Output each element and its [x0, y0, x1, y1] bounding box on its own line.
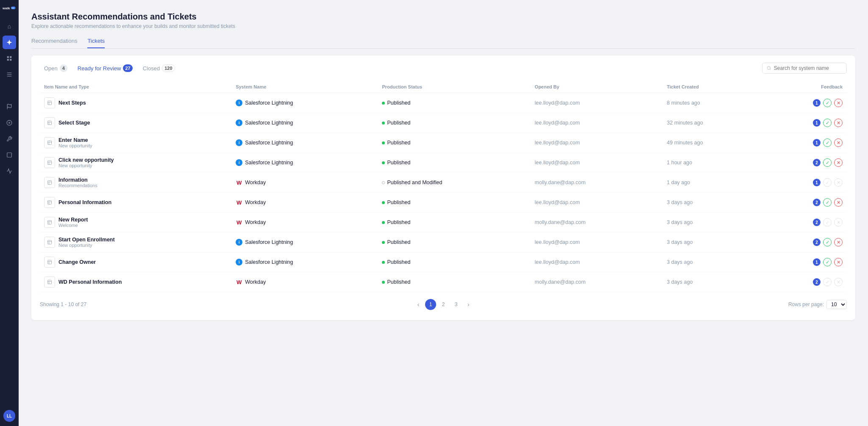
approve-button[interactable]: ✓ — [823, 158, 832, 167]
sidebar: walk me ⌂ LL — [0, 0, 19, 426]
user-avatar[interactable]: LL — [3, 410, 15, 422]
feedback-count: 2 — [813, 278, 821, 286]
status-text: Published — [387, 120, 410, 126]
feedback-cell: 1 ✓ ✕ — [766, 99, 843, 107]
page-subtitle: Explore actionable recommendations to en… — [31, 23, 855, 29]
approve-button[interactable]: ✓ — [823, 119, 832, 127]
rows-per-page-select[interactable]: 10 25 50 — [826, 300, 847, 309]
item-name: Start Open Enrollment — [58, 237, 115, 243]
magic-icon[interactable] — [3, 36, 16, 49]
opened-by: molly.dane@dap.com — [531, 213, 663, 232]
list-icon[interactable] — [3, 68, 16, 81]
tab-tickets[interactable]: Tickets — [87, 38, 105, 48]
reject-button[interactable]: ✕ — [834, 99, 843, 107]
subtab-open[interactable]: Open 4 — [40, 62, 72, 74]
approve-button[interactable]: ✓ — [823, 138, 832, 147]
item-cell: Next Steps — [44, 97, 227, 108]
next-page-button[interactable]: › — [463, 299, 473, 310]
search-input[interactable] — [774, 65, 842, 71]
reject-button[interactable]: ✕ — [834, 138, 843, 147]
table-row: WD Personal Information W Workday Publis… — [40, 272, 847, 292]
approve-button[interactable]: ✓ — [823, 198, 832, 207]
svg-rect-8 — [7, 74, 12, 75]
reject-button[interactable]: ✕ — [834, 238, 843, 246]
status-dot — [382, 281, 385, 284]
subtab-ready-for-review[interactable]: Ready for Review 27 — [73, 62, 137, 74]
status-dot — [382, 102, 385, 105]
arrow-up-icon[interactable] — [3, 84, 16, 97]
opened-by: lee.lloyd@dap.com — [531, 232, 663, 252]
salesforce-icon: i — [236, 239, 242, 246]
plus-circle-icon[interactable] — [3, 116, 16, 130]
svg-text:walk: walk — [3, 6, 10, 10]
item-type-icon — [44, 137, 55, 148]
approve-button[interactable]: ✓ — [823, 238, 832, 246]
system-cell: W Workday — [236, 279, 373, 285]
status-text: Published — [387, 160, 410, 166]
system-cell: i Salesforce Lightning — [236, 139, 373, 146]
reject-button[interactable]: ✕ — [834, 198, 843, 207]
ticket-created: 3 days ago — [662, 272, 762, 292]
approve-button[interactable]: ✓ — [823, 99, 832, 107]
reject-button[interactable]: ✕ — [834, 258, 843, 266]
system-name: Workday — [245, 219, 266, 225]
page-3-button[interactable]: 3 — [451, 299, 462, 310]
reject-button[interactable]: ✕ — [834, 158, 843, 167]
svg-rect-40 — [48, 260, 52, 264]
feedback-cell: 1 ✓ ✕ — [766, 258, 843, 266]
page-2-button[interactable]: 2 — [438, 299, 449, 310]
tool-icon[interactable] — [3, 132, 16, 146]
main-content: Assistant Recommendations and Tickets Ex… — [19, 0, 868, 426]
pagination-row: Showing 1 - 10 of 27 ‹ 1 2 3 › Rows per … — [40, 292, 847, 312]
item-name: Change Owner — [58, 259, 96, 265]
svg-rect-3 — [7, 56, 9, 58]
table-row: Select Stage i Salesforce Lightning Publ… — [40, 113, 847, 133]
ticket-created: 3 days ago — [662, 213, 762, 232]
system-cell: i Salesforce Lightning — [236, 100, 373, 106]
ticket-created: 3 days ago — [662, 193, 762, 213]
opened-by: lee.lloyd@dap.com — [531, 153, 663, 173]
feedback-cell: 2 ✓ ✕ — [766, 218, 843, 227]
main-tabs: Recommendations Tickets — [31, 38, 855, 49]
feedback-cell: 1 ✓ ✕ — [766, 138, 843, 147]
opened-by: lee.lloyd@dap.com — [531, 193, 663, 213]
svg-rect-9 — [7, 76, 12, 77]
item-type-label: Welcome — [58, 223, 88, 228]
reject-button[interactable]: ✕ — [834, 119, 843, 127]
search-box[interactable] — [762, 63, 847, 74]
item-name: Personal Information — [58, 199, 111, 205]
subtab-closed[interactable]: Closed 120 — [139, 62, 179, 74]
table-row: Enter Name New opportunity i Salesforce … — [40, 133, 847, 153]
table-row: Next Steps i Salesforce Lightning Publis… — [40, 93, 847, 113]
tab-recommendations[interactable]: Recommendations — [31, 38, 77, 48]
status-dot — [382, 181, 385, 184]
salesforce-icon: i — [236, 139, 242, 146]
ticket-created: 3 days ago — [662, 252, 762, 272]
item-name: Click new opportunity — [58, 157, 114, 163]
feedback-count: 1 — [813, 179, 821, 186]
system-name: Salesforce Lightning — [245, 140, 293, 146]
ticket-created: 32 minutes ago — [662, 113, 762, 133]
item-name: WD Personal Information — [58, 279, 122, 285]
salesforce-icon: i — [236, 100, 242, 106]
system-name: Salesforce Lightning — [245, 259, 293, 265]
svg-rect-7 — [7, 72, 12, 73]
status-cell: Published — [382, 120, 526, 126]
col-system: System Name — [231, 81, 378, 93]
svg-rect-16 — [48, 101, 52, 105]
status-text: Published — [387, 259, 410, 265]
grid-icon[interactable] — [3, 52, 16, 65]
svg-rect-31 — [48, 201, 52, 205]
analytics-icon[interactable] — [3, 164, 16, 178]
col-feedback: Feedback — [762, 81, 847, 93]
square-icon[interactable] — [3, 148, 16, 162]
item-name: Information — [58, 177, 97, 183]
approve-button[interactable]: ✓ — [823, 258, 832, 266]
item-type-icon — [44, 217, 55, 228]
status-dot — [382, 221, 385, 224]
prev-page-button[interactable]: ‹ — [413, 299, 423, 310]
page-1-button[interactable]: 1 — [425, 299, 436, 310]
home-icon[interactable]: ⌂ — [3, 19, 16, 33]
search-icon — [767, 66, 771, 71]
flag-icon[interactable] — [3, 100, 16, 113]
